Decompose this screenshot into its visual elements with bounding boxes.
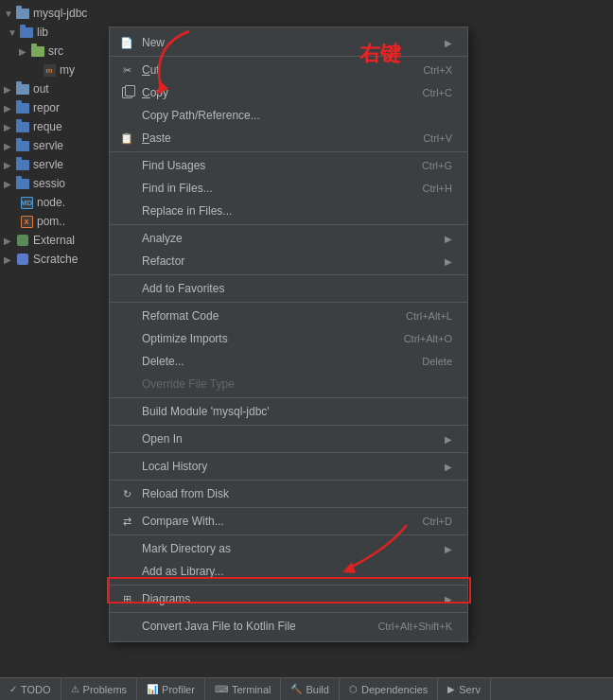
tree-item-sessio[interactable]: ▶ sessio <box>0 174 104 193</box>
menu-label-paste: Paste <box>142 131 423 145</box>
find-files-icon <box>117 181 136 196</box>
tree-item-mysql-jdbc[interactable]: ▼ mysql-jdbc <box>0 4 104 23</box>
expand-arrow: ▶ <box>4 160 15 170</box>
menu-item-compare[interactable]: ⇄ Compare With... Ctrl+D <box>110 510 467 533</box>
optimize-icon <box>117 331 136 346</box>
separator-9 <box>110 480 467 481</box>
submenu-arrow-refactor: ▶ <box>445 256 452 267</box>
menu-item-find-files[interactable]: Find in Files... Ctrl+H <box>110 177 467 200</box>
separator-12 <box>110 585 467 586</box>
separator-2 <box>110 151 467 152</box>
menu-item-copy[interactable]: Copy Ctrl+C <box>110 81 467 104</box>
shortcut-paste: Ctrl+V <box>423 132 452 144</box>
menu-item-refactor[interactable]: Refactor ▶ <box>110 250 467 272</box>
menu-label-analyze: Analyze <box>142 232 437 245</box>
menu-label-add-favorites: Add to Favorites <box>142 282 452 295</box>
menu-item-analyze[interactable]: Analyze ▶ <box>110 227 467 250</box>
expand-arrow: ▼ <box>4 9 15 19</box>
folder-icon <box>15 119 30 134</box>
menu-item-local-history[interactable]: Local History ▶ <box>110 455 467 478</box>
tree-item-servle1[interactable]: ▶ servle <box>0 136 104 155</box>
menu-item-delete[interactable]: Delete... Delete <box>110 350 467 373</box>
menu-label-diagrams: Diagrams <box>142 592 437 605</box>
folder-icon <box>15 81 30 96</box>
compare-icon: ⇄ <box>117 514 136 529</box>
menu-item-override[interactable]: Override File Type <box>110 373 467 395</box>
diagrams-icon: ⊞ <box>117 591 136 606</box>
status-serv[interactable]: ▶ Serv <box>438 678 491 700</box>
delete-icon <box>117 354 136 369</box>
menu-label-add-library: Add as Library... <box>142 565 452 578</box>
status-terminal[interactable]: ⌨ Terminal <box>205 678 282 700</box>
shortcut-optimize: Ctrl+Alt+O <box>404 333 452 344</box>
folder-icon <box>15 100 30 115</box>
convert-icon <box>117 619 136 634</box>
tree-item-repor[interactable]: ▶ repor <box>0 98 104 117</box>
shortcut-convert: Ctrl+Alt+Shift+K <box>377 621 452 632</box>
menu-item-new[interactable]: 📄 New ▶ <box>110 31 467 54</box>
tree-item-external[interactable]: ▶ External <box>0 231 104 250</box>
menu-label-override: Override File Type <box>142 377 452 391</box>
find-usages-icon <box>117 158 136 173</box>
menu-item-build-module[interactable]: Build Module 'mysql-jdbc' <box>110 400 467 423</box>
separator-10 <box>110 507 467 508</box>
status-build[interactable]: 🔨 Build <box>281 678 339 700</box>
tree-item-servle2[interactable]: ▶ servle <box>0 155 104 174</box>
md-file-icon: MD <box>19 195 34 210</box>
shortcut-reformat: Ctrl+Alt+L <box>406 310 452 322</box>
submenu-arrow-new: ▶ <box>445 38 452 48</box>
tree-item-my[interactable]: m my <box>0 61 104 79</box>
menu-item-optimize[interactable]: Optimize Imports Ctrl+Alt+O <box>110 327 467 350</box>
menu-label-find-files: Find in Files... <box>142 182 423 195</box>
profiler-icon: 📊 <box>147 684 158 694</box>
reformat-icon <box>117 308 136 324</box>
tree-item-reque[interactable]: ▶ reque <box>0 117 104 136</box>
status-profiler[interactable]: 📊 Profiler <box>137 678 205 700</box>
folder-icon <box>15 6 30 21</box>
menu-item-diagrams[interactable]: ⊞ Diagrams ▶ <box>110 587 467 610</box>
separator-7 <box>110 425 467 426</box>
menu-item-reformat[interactable]: Reformat Code Ctrl+Alt+L <box>110 305 467 327</box>
expand-arrow: ▶ <box>4 122 15 132</box>
menu-label-open-in: Open In <box>142 432 437 446</box>
build-module-icon <box>117 404 136 419</box>
expand-arrow: ▶ <box>19 46 30 57</box>
menu-label-optimize: Optimize Imports <box>142 332 404 345</box>
separator-4 <box>110 274 467 275</box>
shortcut-find-usages: Ctrl+G <box>422 160 452 171</box>
status-bar: ✓ TODO ⚠ Problems 📊 Profiler ⌨ Terminal … <box>0 677 613 700</box>
tree-item-lib[interactable]: ▼ lib <box>0 23 104 42</box>
new-icon: 📄 <box>117 35 136 50</box>
reload-icon: ↻ <box>117 486 136 501</box>
menu-item-add-library[interactable]: Add as Library... <box>110 560 467 583</box>
menu-label-find-usages: Find Usages <box>142 159 422 172</box>
menu-item-cut[interactable]: ✂ Cut Ctrl+X <box>110 59 467 81</box>
separator-3 <box>110 224 467 225</box>
menu-item-replace-files[interactable]: Replace in Files... <box>110 200 467 222</box>
context-menu: 📄 New ▶ ✂ Cut Ctrl+X Copy Ctrl+C Copy Pa… <box>109 26 468 642</box>
tree-item-pom-xml[interactable]: x pom.. <box>0 212 104 231</box>
status-problems[interactable]: ⚠ Problems <box>61 678 137 700</box>
m-file-icon: m <box>42 62 57 78</box>
status-todo[interactable]: ✓ TODO <box>0 678 61 700</box>
menu-item-add-favorites[interactable]: Add to Favorites <box>110 277 467 300</box>
serv-icon: ▶ <box>447 684 455 694</box>
shortcut-cut: Ctrl+X <box>423 64 452 76</box>
menu-item-copy-path[interactable]: Copy Path/Reference... <box>110 104 467 127</box>
menu-item-paste[interactable]: 📋 Paste Ctrl+V <box>110 127 467 149</box>
tree-item-out[interactable]: ▶ out <box>0 79 104 98</box>
tree-item-src[interactable]: ▶ src <box>0 42 104 61</box>
menu-item-reload[interactable]: ↻ Reload from Disk <box>110 482 467 505</box>
menu-label-replace-files: Replace in Files... <box>142 204 452 218</box>
menu-item-open-in[interactable]: Open In ▶ <box>110 428 467 450</box>
tree-item-scratche[interactable]: ▶ Scratche <box>0 250 104 269</box>
menu-label-compare: Compare With... <box>142 515 423 528</box>
copy-icon <box>117 85 136 100</box>
menu-item-convert[interactable]: Convert Java File to Kotlin File Ctrl+Al… <box>110 615 467 638</box>
menu-item-find-usages[interactable]: Find Usages Ctrl+G <box>110 154 467 177</box>
menu-item-mark-dir[interactable]: Mark Directory as ▶ <box>110 537 467 560</box>
menu-label-new: New <box>142 36 437 49</box>
project-sidebar: ▼ mysql-jdbc ▼ lib ▶ src m my ▶ out <box>0 0 104 662</box>
status-dependencies[interactable]: ⬡ Dependencies <box>340 678 438 700</box>
tree-item-node-md[interactable]: MD node. <box>0 193 104 212</box>
